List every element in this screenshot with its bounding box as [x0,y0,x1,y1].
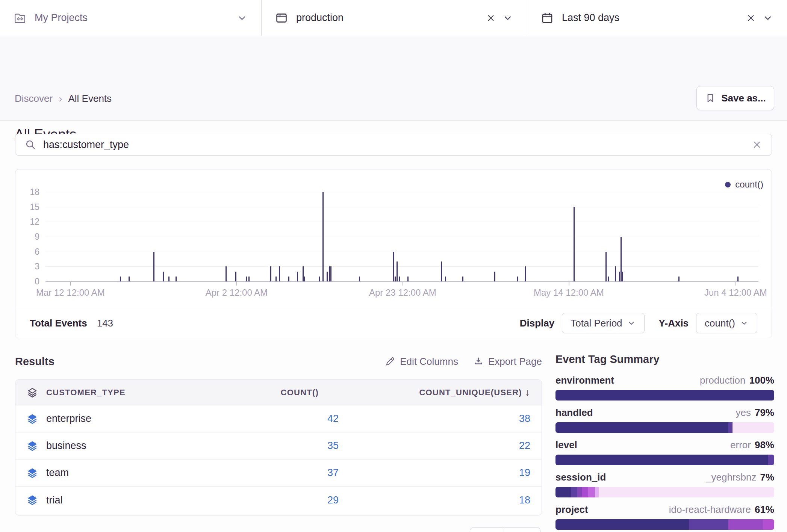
display-dropdown[interactable]: Total Period [562,313,644,333]
search-icon [24,139,36,151]
tag-bar-segment [555,487,571,497]
customer-type-value: business [46,440,86,452]
chart-bar [608,277,609,281]
count-unique-link[interactable]: 38 [519,413,530,424]
count-unique-cell: 38 [339,413,542,425]
table-body: enterprise4238business3522team3719trial2… [15,405,542,514]
chart-bar [605,252,607,281]
column-header-count[interactable]: COUNT() [215,388,339,397]
table-header-row: CUSTOMER_TYPE COUNT() COUNT_UNIQUE(USER)… [15,380,542,405]
tag-bar-segment [555,422,728,433]
count-link[interactable]: 42 [327,413,339,424]
chevron-down-icon [502,12,513,24]
save-as-button[interactable]: Save as... [696,86,774,110]
search-input[interactable]: has:customer_type [43,139,745,151]
count-link[interactable]: 35 [327,440,339,451]
results-header-row: Results Edit Columns Export Page [15,352,542,370]
tag-bar-segment [571,487,577,497]
page-header: Discover › All Events All Events Save as… [0,36,787,121]
pagination-next-button[interactable]: › [505,527,540,532]
y-axis-label: Y-Axis [659,317,689,329]
y-axis-dropdown[interactable]: count() [696,313,757,333]
count-unique-link[interactable]: 22 [519,440,530,451]
chart-bar [304,277,305,281]
tag-percent: 79% [755,407,774,419]
chart-footer: Total Events 143 Display Total Period Y-… [15,308,772,338]
breadcrumb-discover-link[interactable]: Discover [15,93,53,104]
chart-bar [270,266,271,281]
count-link[interactable]: 37 [327,467,339,478]
chart-bar [399,277,400,281]
export-page-button[interactable]: Export Page [473,356,542,367]
tag-distribution-bar[interactable] [555,519,774,530]
edit-columns-button[interactable]: Edit Columns [385,356,458,367]
table-row: team3719 [15,459,542,487]
count-unique-cell: 19 [339,467,542,479]
environment-filter-label: production [296,12,344,24]
count-link[interactable]: 29 [327,494,339,506]
count-unique-link[interactable]: 18 [519,494,530,506]
stack-icon [27,413,38,425]
gridline [45,237,758,237]
export-page-label: Export Page [488,356,542,367]
chart-bar [517,277,518,281]
gridline [45,222,758,222]
chart-bar [678,277,680,281]
gridline [45,207,758,207]
project-folder-icon [14,12,26,24]
clear-date-range-icon[interactable] [746,13,756,23]
search-clear-icon[interactable] [751,139,763,150]
chart-bar [120,277,121,281]
chart-bar [303,266,304,281]
environment-filter-dropdown[interactable]: production [262,0,527,36]
tag-bar-segment [733,422,774,433]
column-header-count-unique[interactable]: COUNT_UNIQUE(USER) ↓ [339,387,542,398]
customer-type-cell: team [15,467,215,479]
chart-bar [168,277,170,281]
count-unique-link[interactable]: 19 [519,467,530,478]
y-axis-tick-label: 3 [18,261,39,272]
chart-bar [297,272,298,281]
tag-distribution-bar[interactable] [555,390,774,401]
x-axis-line [45,281,758,282]
breadcrumb: Discover › All Events [15,93,112,104]
tag-bar-segment [555,390,774,401]
chart-bar [359,277,360,281]
tag-bar-segment [588,487,595,497]
column-header-customer-type[interactable]: CUSTOMER_TYPE [15,387,215,398]
chart-bar [407,277,409,281]
project-filter-dropdown[interactable]: My Projects [0,0,261,36]
tag-entry: levelerror98% [555,439,774,465]
customer-type-value: team [46,467,69,479]
customer-type-cell: enterprise [15,413,215,425]
y-axis-tick-label: 0 [18,277,39,287]
chart-bar [574,207,575,281]
chart-bar [393,252,394,281]
tag-distribution-bar[interactable] [555,487,774,497]
events-chart-card: count() 0369121518Mar 12 12:00 AMApr 2 1… [15,169,772,338]
chart-bar [248,277,250,281]
count-cell: 35 [215,440,339,452]
table-row: enterprise4238 [15,405,542,432]
tag-distribution-bar[interactable] [555,455,774,465]
tag-name: environment [555,375,614,386]
chart-bar [226,266,227,281]
chart-bar [279,266,280,281]
date-range-filter-dropdown[interactable]: Last 90 days [527,0,787,36]
tag-bar-segment [689,519,728,530]
y-axis-value: count() [705,317,735,329]
tag-bar-segment [763,519,774,530]
tag-distribution-bar[interactable] [555,422,774,433]
tag-percent: 61% [755,504,774,515]
pagination-prev-button[interactable]: ‹ [470,527,505,532]
events-chart[interactable]: 0369121518Mar 12 12:00 AMApr 2 12:00 AMA… [15,169,772,301]
clear-environment-icon[interactable] [486,13,496,23]
total-events-label: Total Events [30,317,87,329]
search-bar[interactable]: has:customer_type [15,134,772,156]
count-unique-cell: 22 [339,440,542,452]
chart-bar [494,272,495,281]
chart-bar [129,277,130,281]
project-filter-label: My Projects [35,12,88,24]
tag-bar-segment [768,455,774,465]
stack-icon [27,387,38,398]
